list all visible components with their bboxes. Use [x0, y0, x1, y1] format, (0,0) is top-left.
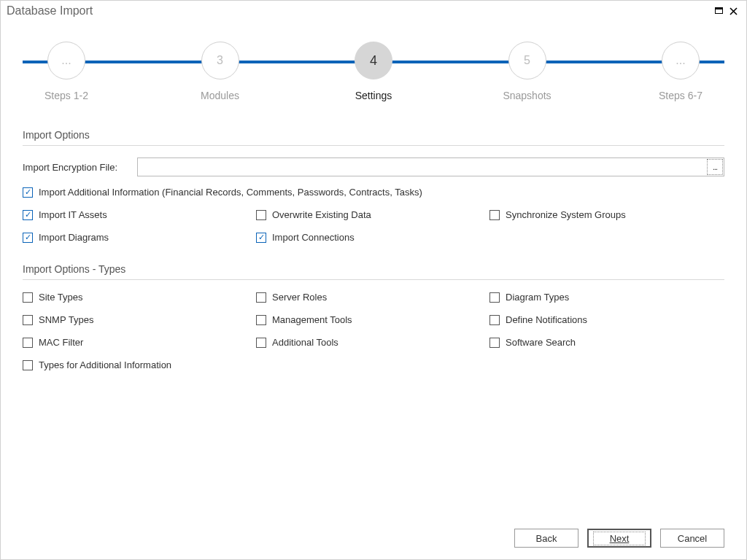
- checkbox-icon: [256, 292, 266, 303]
- chk-label: Define Notifications: [506, 314, 587, 325]
- chk-import-connections[interactable]: ✓ Import Connections: [256, 232, 489, 243]
- checkbox-icon: ✓: [256, 233, 266, 243]
- checkbox-icon: ✓: [23, 187, 33, 198]
- encryption-file-input[interactable]: [141, 159, 708, 175]
- step-snapshots[interactable]: 5 Snapshots: [484, 42, 571, 101]
- step-6-7[interactable]: ... Steps 6-7: [637, 42, 724, 101]
- chk-label: Software Search: [506, 337, 576, 348]
- chk-label: Site Types: [39, 292, 82, 303]
- cancel-button[interactable]: Cancel: [660, 529, 724, 548]
- chk-label: Import Additional Information (Financial…: [39, 187, 422, 198]
- chk-overwrite-existing[interactable]: Overwrite Existing Data: [256, 209, 489, 220]
- step-modules[interactable]: 3 Modules: [177, 42, 264, 101]
- checkbox-icon: [256, 315, 266, 325]
- step-circle: ...: [47, 42, 85, 79]
- window-title: Database Import: [7, 4, 711, 18]
- next-button[interactable]: Next: [587, 529, 651, 548]
- chk-diagram-types[interactable]: Diagram Types: [489, 292, 724, 303]
- chk-software-search[interactable]: Software Search: [489, 337, 724, 348]
- checkbox-icon: ✓: [23, 233, 33, 243]
- checkbox-icon: [256, 210, 266, 220]
- step-circle: ...: [662, 42, 700, 79]
- step-circle: 4: [355, 42, 392, 79]
- checkbox-icon: [489, 338, 500, 348]
- chk-site-types[interactable]: Site Types: [23, 292, 256, 303]
- checkbox-icon: [23, 292, 33, 303]
- chk-import-diagrams[interactable]: ✓ Import Diagrams: [23, 232, 256, 243]
- chk-label: Overwrite Existing Data: [272, 209, 371, 220]
- title-bar: Database Import: [1, 1, 746, 21]
- chk-snmp-types[interactable]: SNMP Types: [23, 314, 256, 325]
- checkbox-icon: [23, 338, 33, 348]
- section-import-options: Import Options Import Encryption File: .…: [23, 129, 724, 243]
- browse-button[interactable]: ...: [707, 159, 723, 175]
- chk-define-notifications[interactable]: Define Notifications: [489, 314, 724, 325]
- step-label: Steps 1-2: [44, 90, 88, 101]
- step-indicator: ... Steps 1-2 3 Modules 4 Settings 5 Sna…: [23, 42, 724, 122]
- chk-label: Additional Tools: [272, 337, 338, 348]
- section-import-options-types: Import Options - Types Site Types Server…: [23, 263, 724, 370]
- chk-label: Import Connections: [272, 232, 355, 243]
- section-title: Import Options: [23, 129, 724, 146]
- checkbox-icon: ✓: [23, 210, 33, 220]
- chk-types-additional-info[interactable]: Types for Additional Information: [23, 359, 724, 370]
- step-1-2[interactable]: ... Steps 1-2: [23, 42, 110, 101]
- chk-label: MAC Filter: [39, 337, 83, 348]
- dialog-window: Database Import ... Steps 1-2 3 Modules …: [0, 0, 747, 560]
- encryption-file-label: Import Encryption File:: [23, 162, 137, 173]
- maximize-icon[interactable]: [711, 4, 726, 18]
- section-title: Import Options - Types: [23, 263, 724, 280]
- chk-management-tools[interactable]: Management Tools: [256, 314, 489, 325]
- chk-label: Import IT Assets: [39, 209, 107, 220]
- chk-additional-tools[interactable]: Additional Tools: [256, 337, 489, 348]
- chk-label: Types for Additional Information: [39, 359, 171, 370]
- checkbox-icon: [23, 360, 33, 370]
- chk-server-roles[interactable]: Server Roles: [256, 292, 489, 303]
- close-icon[interactable]: [726, 4, 740, 18]
- back-button[interactable]: Back: [514, 529, 578, 548]
- chk-mac-filter[interactable]: MAC Filter: [23, 337, 256, 348]
- encryption-file-row: Import Encryption File: ...: [23, 158, 724, 176]
- step-label: Snapshots: [503, 90, 551, 101]
- checkbox-icon: [256, 338, 266, 348]
- step-settings[interactable]: 4 Settings: [330, 42, 417, 101]
- svg-rect-1: [715, 7, 722, 9]
- checkbox-icon: [489, 292, 500, 303]
- chk-label: Import Diagrams: [39, 232, 109, 243]
- chk-import-it-assets[interactable]: ✓ Import IT Assets: [23, 209, 256, 220]
- chk-label: Diagram Types: [506, 292, 569, 303]
- step-label: Steps 6-7: [659, 90, 703, 101]
- checkbox-icon: [489, 210, 500, 220]
- dialog-footer: Back Next Cancel: [514, 529, 724, 548]
- step-circle: 5: [508, 42, 546, 79]
- next-button-label: Next: [610, 533, 630, 544]
- encryption-file-input-wrap: ...: [137, 158, 724, 176]
- checkbox-icon: [489, 315, 500, 325]
- chk-label: Server Roles: [272, 292, 327, 303]
- chk-label: Management Tools: [272, 314, 352, 325]
- step-label: Settings: [355, 90, 392, 101]
- step-circle: 3: [201, 42, 239, 79]
- checkbox-icon: [23, 315, 33, 325]
- chk-import-additional-info[interactable]: ✓ Import Additional Information (Financi…: [23, 187, 724, 198]
- chk-label: SNMP Types: [39, 314, 93, 325]
- chk-sync-system-groups[interactable]: Synchronize System Groups: [489, 209, 724, 220]
- chk-label: Synchronize System Groups: [506, 209, 626, 220]
- step-label: Modules: [201, 90, 239, 101]
